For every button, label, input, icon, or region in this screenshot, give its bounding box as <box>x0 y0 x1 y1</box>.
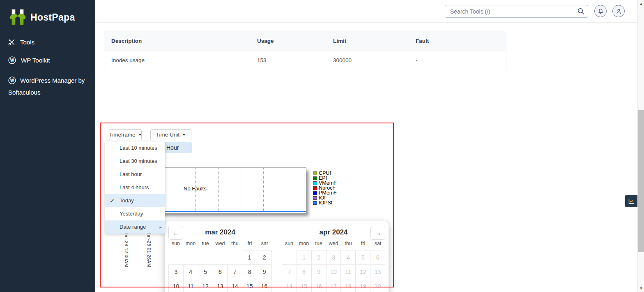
search-icon[interactable] <box>577 8 584 15</box>
account-button[interactable] <box>612 5 625 17</box>
calendar-day: 5 <box>356 250 370 265</box>
weekday-label: fri <box>356 241 370 249</box>
usage-table: DescriptionUsageLimitFault Inodes usage1… <box>104 31 506 70</box>
svg-text:W: W <box>10 78 14 83</box>
submenu-arrow-icon: ▸ <box>159 220 162 234</box>
calendar-day: 16 <box>311 279 326 292</box>
calendar-month: ←mar 2024sunmontuewedthufrisat1234567891… <box>168 225 272 292</box>
calendar-empty-cell <box>213 250 228 265</box>
time-unit-dropdown-button[interactable]: Time Unit <box>150 129 191 140</box>
menu-item-date-range[interactable]: Date range▸ <box>105 220 165 234</box>
calendar-month-title: mar 2024 <box>168 225 272 239</box>
sidebar: HostPapa Tools W WP Toolkit W WordPress … <box>0 0 95 292</box>
calendar-day[interactable]: 7 <box>228 265 242 279</box>
vertical-gridline <box>218 168 218 213</box>
selected-time-unit-chip[interactable]: Hour <box>161 142 192 153</box>
menu-item-last-4-hours[interactable]: Last 4 hours <box>105 181 165 194</box>
calendar-day[interactable]: 11 <box>183 279 198 292</box>
menu-item-label: Yesterday <box>120 211 143 217</box>
legend-swatch <box>313 176 317 180</box>
bell-icon <box>598 8 604 14</box>
calendar-day[interactable]: 1 <box>242 250 257 265</box>
calendar-day: 17 <box>326 279 341 292</box>
menu-item-yesterday[interactable]: Yesterday <box>105 207 165 220</box>
check-icon: ✓ <box>110 194 115 207</box>
menu-item-label: Last hour <box>120 171 142 177</box>
calendar-day[interactable]: 2 <box>257 250 272 265</box>
calendar-day[interactable]: 10 <box>169 279 184 292</box>
calendar-day: 3 <box>326 250 341 265</box>
menu-item-label: Today <box>120 197 134 204</box>
calendar-day[interactable]: 3 <box>169 265 184 279</box>
calendar-day[interactable]: 6 <box>213 265 228 279</box>
scroll-down-arrow[interactable]: ▼ <box>638 285 644 291</box>
brand-name: HostPapa <box>30 12 75 23</box>
timeframe-menu: Last 10 minutesLast 30 minutesLast hourL… <box>105 141 165 234</box>
legend-swatch <box>313 186 317 190</box>
calendar-day[interactable]: 5 <box>198 265 213 279</box>
brand[interactable]: HostPapa <box>9 9 75 25</box>
calendar-day: 18 <box>341 279 356 292</box>
sidebar-item-wp-toolkit[interactable]: W WP Toolkit <box>0 56 95 64</box>
calendar-day: 9 <box>311 265 326 279</box>
timeframe-dropdown-button[interactable]: Timeframe <box>109 129 142 140</box>
scrollbar-thumb[interactable] <box>638 110 644 252</box>
search-input[interactable] <box>445 5 588 18</box>
calendar-day[interactable]: 13 <box>213 279 228 292</box>
column-header: Description <box>104 31 257 51</box>
sidebar-item-wordpress-manager[interactable]: W WordPress Manager by Softaculous <box>0 74 95 98</box>
menu-item-last-30-minutes[interactable]: Last 30 minutes <box>105 155 165 168</box>
legend-swatch <box>313 181 317 185</box>
weekday-label: sun <box>282 241 297 249</box>
weekday-label: sat <box>370 241 385 249</box>
scroll-up-arrow[interactable]: ▲ <box>638 1 644 7</box>
calendar-day: 6 <box>370 250 385 265</box>
usage-chart-fab-button[interactable] <box>625 195 637 207</box>
legend-entry: IOPSf <box>313 200 337 205</box>
vertical-gridline <box>263 168 264 213</box>
calendar-day[interactable]: 15 <box>242 279 257 292</box>
calendar-empty-cell <box>198 250 213 265</box>
chevron-down-icon <box>182 134 186 136</box>
weekday-label: sat <box>257 241 272 249</box>
notifications-button[interactable] <box>594 5 607 17</box>
previous-month-button[interactable]: ← <box>168 226 183 240</box>
calendar-day: 4 <box>341 250 356 265</box>
calendar-day[interactable]: 14 <box>228 279 242 292</box>
weekday-label: tue <box>198 241 213 249</box>
menu-item-last-10-minutes[interactable]: Last 10 minutes <box>105 141 165 155</box>
weekday-label: wed <box>326 241 341 249</box>
svg-text:W: W <box>10 58 14 63</box>
topbar <box>95 0 637 23</box>
calendar-day: 7 <box>282 265 297 279</box>
menu-item-last-hour[interactable]: Last hour <box>105 168 165 181</box>
calendar-day: 12 <box>356 265 370 279</box>
weekday-label: mon <box>297 241 311 249</box>
calendar-day[interactable]: 8 <box>242 265 257 279</box>
calendar-empty-cell <box>282 250 297 265</box>
menu-item-label: Last 30 minutes <box>120 158 157 164</box>
calendar-day: 10 <box>326 265 341 279</box>
chart-legend: CPUfEPfVMemFNprocFPMemFIOfIOPSf <box>313 171 337 205</box>
calendar-day: 13 <box>370 265 385 279</box>
sidebar-item-label: WP Toolkit <box>21 57 50 64</box>
weekday-label: mon <box>183 241 198 249</box>
page-scrollbar[interactable]: ▲ ▼ <box>637 0 644 292</box>
table-cell: - <box>416 51 506 70</box>
sidebar-item-tools[interactable]: Tools <box>0 39 95 46</box>
menu-item-label: Date range <box>120 224 146 230</box>
column-header: Usage <box>257 31 333 51</box>
calendar-day[interactable]: 4 <box>183 265 198 279</box>
calendar-day[interactable]: 12 <box>198 279 213 292</box>
vertical-gridline <box>241 168 241 213</box>
next-month-button[interactable]: → <box>370 226 385 240</box>
menu-item-today[interactable]: ✓Today <box>105 194 165 207</box>
calendar-day: 8 <box>297 265 311 279</box>
calendar-day[interactable]: 16 <box>257 279 272 292</box>
calendar-day[interactable]: 9 <box>257 265 272 279</box>
legend-swatch <box>313 201 317 205</box>
no-faults-annotation: No Faults <box>184 185 207 192</box>
date-range-picker: ←mar 2024sunmontuewedthufrisat1234567891… <box>165 221 389 292</box>
weekday-label: wed <box>213 241 228 249</box>
legend-swatch <box>313 196 317 200</box>
